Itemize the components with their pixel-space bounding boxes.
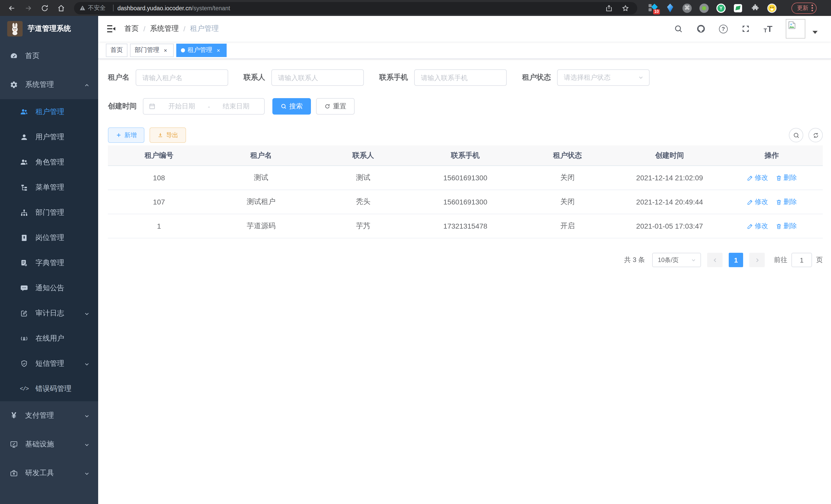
search-icon[interactable]	[674, 24, 683, 33]
delete-link[interactable]: 删除	[775, 173, 797, 182]
sidebar-item-label: 在线用户	[35, 334, 64, 343]
browser-update-button[interactable]: 更新	[792, 2, 816, 13]
sidebar-logo[interactable]: 芋道管理系统	[0, 16, 98, 41]
sidebar-item-dept-management[interactable]: 部门管理	[0, 200, 98, 225]
delete-link[interactable]: 删除	[775, 197, 797, 207]
next-page-button[interactable]	[749, 253, 765, 267]
create-time-label: 创建时间	[108, 102, 137, 111]
font-size-icon[interactable]: TT	[764, 24, 772, 33]
sidebar-menu: 首页 系统管理 租户管理 用户管理 角色管理	[0, 41, 98, 504]
cell-phone: 15601691300	[414, 174, 516, 182]
hide-search-button[interactable]	[789, 128, 803, 142]
extension-recorder-icon[interactable]	[699, 3, 709, 12]
sidebar-item-error-code-management[interactable]: </> 错误码管理	[0, 376, 98, 401]
phone-input[interactable]	[414, 69, 507, 86]
add-button[interactable]: 新增	[108, 127, 144, 143]
tab-dept-management[interactable]: 部门管理 ×	[130, 43, 174, 57]
extension-kite-icon[interactable]	[665, 3, 675, 12]
search-button[interactable]: 搜索	[273, 98, 311, 115]
cell-actions: 修改 删除	[721, 221, 823, 231]
avatar[interactable]	[786, 19, 805, 38]
prev-page-button[interactable]	[707, 253, 722, 267]
extensions-puzzle-icon[interactable]	[750, 3, 760, 12]
url-host[interactable]: dashboard.yudao.iocoder.cn	[117, 5, 192, 11]
sidebar-collapse-button[interactable]	[98, 16, 124, 41]
sidebar-item-infrastructure[interactable]: 基础设施	[0, 430, 98, 459]
extension-command-icon[interactable]: ⌘	[683, 3, 692, 12]
fullscreen-icon[interactable]	[741, 24, 750, 33]
edit-link[interactable]: 修改	[746, 173, 768, 182]
sidebar-item-online-user[interactable]: 在线用户	[0, 326, 98, 351]
not-secure-warning-icon	[79, 5, 86, 11]
tenant-name-input[interactable]	[136, 69, 228, 86]
logo-rabbit-image	[7, 21, 23, 36]
breadcrumb-separator: /	[183, 25, 185, 33]
not-secure-label[interactable]: 不安全	[88, 4, 106, 12]
sidebar-item-notice[interactable]: 通知公告	[0, 275, 98, 301]
date-range-picker[interactable]: 开始日期 - 结束日期	[143, 98, 265, 115]
profile-avatar-icon[interactable]	[767, 3, 776, 12]
browser-back-icon[interactable]	[5, 1, 19, 14]
browser-reload-icon[interactable]	[38, 1, 51, 14]
omnibox-divider	[113, 5, 113, 11]
tab-home[interactable]: 首页	[106, 43, 127, 57]
active-dot	[181, 48, 185, 52]
reset-button[interactable]: 重置	[316, 98, 354, 115]
extension-flag-icon[interactable]	[733, 3, 743, 12]
sidebar-item-audit-log[interactable]: 审计日志	[0, 301, 98, 326]
close-icon[interactable]: ×	[215, 47, 222, 54]
goto-page-input[interactable]	[792, 253, 812, 267]
close-icon[interactable]: ×	[162, 47, 169, 54]
status-select[interactable]: 请选择租户状态	[557, 69, 650, 86]
cell-tenant-id: 1	[108, 222, 210, 230]
sidebar-item-label: 首页	[25, 51, 39, 61]
sidebar-item-post-management[interactable]: 岗位管理	[0, 225, 98, 250]
dashboard-icon	[9, 52, 19, 60]
tab-label: 部门管理	[135, 46, 159, 55]
edit-link[interactable]: 修改	[746, 197, 768, 207]
refresh-button[interactable]	[808, 128, 823, 142]
sidebar-item-dev-tools[interactable]: 研发工具	[0, 459, 98, 487]
sidebar-item-menu-management[interactable]: 菜单管理	[0, 175, 98, 200]
avatar-caret-icon[interactable]	[812, 31, 818, 34]
contact-input[interactable]	[271, 69, 364, 86]
sidebar-item-sms-management[interactable]: 短信管理	[0, 351, 98, 376]
browser-menu-icon[interactable]	[811, 5, 813, 11]
delete-link[interactable]: 删除	[775, 221, 797, 231]
chevron-down-icon	[84, 360, 90, 366]
add-button-label: 新增	[124, 131, 137, 140]
delete-label: 删除	[783, 221, 797, 231]
tab-tenant-management[interactable]: 租户管理 ×	[176, 43, 227, 57]
share-icon[interactable]	[602, 1, 616, 14]
sidebar-item-system-management[interactable]: 系统管理	[0, 70, 98, 99]
cell-tenant-id: 108	[108, 174, 210, 182]
browser-toolbar: 不安全 dashboard.yudao.iocoder.cn/system/te…	[0, 0, 831, 16]
url-path[interactable]: /system/tenant	[192, 5, 230, 11]
cell-contact: 秃头	[312, 197, 414, 207]
github-icon[interactable]	[696, 24, 706, 33]
breadcrumb-system[interactable]: 系统管理	[150, 24, 179, 33]
sidebar-item-dict-management[interactable]: 字典管理	[0, 250, 98, 275]
help-icon[interactable]: ?	[719, 24, 728, 33]
address-bar[interactable]: 不安全 dashboard.yudao.iocoder.cn/system/te…	[74, 2, 637, 14]
cell-tenant-name: 芋道源码	[210, 221, 312, 231]
sidebar-item-home[interactable]: 首页	[0, 41, 98, 70]
breadcrumb-home[interactable]: 首页	[124, 24, 139, 33]
browser-forward-icon[interactable]	[22, 1, 35, 14]
current-page-button[interactable]: 1	[729, 253, 743, 267]
audit-edit-icon	[20, 309, 29, 317]
sidebar-item-role-management[interactable]: 角色管理	[0, 149, 98, 175]
filter-create-time: 创建时间 开始日期 - 结束日期	[108, 98, 265, 115]
browser-home-icon[interactable]	[55, 1, 68, 14]
export-button[interactable]: 导出	[149, 127, 186, 143]
extension-tampermonkey-icon[interactable]: 10	[649, 3, 658, 12]
bookmark-star-icon[interactable]	[619, 1, 632, 14]
sidebar-item-tenant-management[interactable]: 租户管理	[0, 99, 98, 124]
extension-y-icon[interactable]: Y	[716, 3, 726, 12]
edit-icon	[746, 223, 753, 229]
page-size-select[interactable]: 10条/页	[652, 253, 701, 267]
sidebar-item-user-management[interactable]: 用户管理	[0, 124, 98, 149]
sidebar-item-pay-management[interactable]: ¥ 支付管理	[0, 401, 98, 430]
edit-link[interactable]: 修改	[746, 221, 768, 231]
status-label: 租户状态	[522, 73, 551, 82]
